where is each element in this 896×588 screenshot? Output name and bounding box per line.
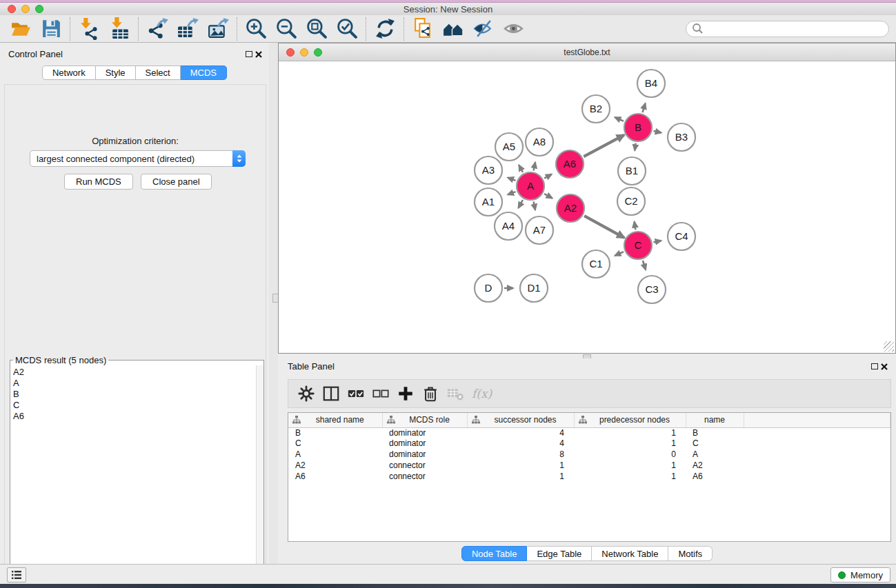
mcds-result-item[interactable]: C: [13, 400, 256, 411]
graph-node-a3[interactable]: A3: [475, 156, 502, 184]
graph-node-a7[interactable]: A7: [526, 216, 553, 244]
float-table-panel-icon[interactable]: [870, 362, 879, 372]
mcds-result-item[interactable]: A2: [13, 367, 256, 378]
graph-node-b3[interactable]: B3: [668, 123, 695, 151]
graph-node-a6[interactable]: A6: [556, 150, 584, 178]
export-image-icon[interactable]: [203, 16, 233, 42]
select-all-icon[interactable]: [344, 381, 368, 406]
graph-node-b[interactable]: B: [624, 114, 652, 141]
graph-node-d1[interactable]: D1: [520, 274, 548, 302]
table-row[interactable]: Bdominator41B: [288, 427, 890, 438]
graph-node-a2[interactable]: A2: [557, 194, 584, 222]
eye-icon[interactable]: [499, 16, 529, 42]
svg-text:C4: C4: [675, 230, 688, 242]
status-bar: Memory: [0, 564, 896, 584]
svg-text:B1: B1: [626, 165, 638, 176]
close-panel-icon[interactable]: [254, 50, 263, 59]
network-canvas[interactable]: A A6 A2 B C A5 A8 A3 A1 A4 A7 B2 B4 B3 B…: [279, 61, 895, 353]
column-header-successor-nodes[interactable]: successor nodes: [467, 413, 574, 427]
search-input[interactable]: [707, 24, 883, 34]
export-network-icon[interactable]: [142, 16, 172, 42]
graph-node-b4[interactable]: B4: [637, 70, 665, 97]
graph-node-a1[interactable]: A1: [475, 188, 502, 216]
run-mcds-button[interactable]: Run MCDS: [64, 174, 133, 190]
table-row[interactable]: Cdominator41C: [288, 438, 890, 449]
memory-status-icon: [838, 571, 846, 579]
optimization-criterion-label: Optimization criterion:: [5, 136, 266, 146]
control-panel-title: Control Panel: [8, 49, 63, 59]
graph-node-c[interactable]: C: [624, 232, 652, 259]
graph-node-a4[interactable]: A4: [495, 212, 522, 240]
open-folder-icon[interactable]: [6, 16, 36, 42]
table-tabs: Node TableEdge TableNetwork TableMotifs: [278, 546, 896, 561]
save-icon[interactable]: [36, 16, 66, 42]
tab-network-table[interactable]: Network Table: [592, 546, 668, 561]
memory-label: Memory: [850, 570, 883, 580]
graph-edge: [519, 165, 523, 172]
search-box[interactable]: [686, 21, 889, 37]
network-graph: A A6 A2 B C A5 A8 A3 A1 A4 A7 B2 B4 B3 B…: [279, 61, 895, 353]
columns-icon[interactable]: [319, 381, 344, 406]
houses-icon[interactable]: [438, 16, 468, 42]
mcds-result-item[interactable]: A: [13, 378, 256, 389]
copy-network-icon[interactable]: [408, 16, 438, 42]
zoom-selected-icon[interactable]: [332, 16, 362, 42]
table-row[interactable]: A2connector11A2: [288, 460, 890, 472]
graph-node-b1[interactable]: B1: [618, 157, 646, 185]
svg-text:B: B: [635, 121, 641, 133]
resize-grip[interactable]: [884, 341, 894, 352]
criterion-select[interactable]: largest connected component (directed): [30, 150, 246, 167]
table-panel: Table Panel f(x) shared name: [278, 358, 896, 564]
tab-network[interactable]: Network: [42, 65, 96, 80]
memory-button[interactable]: Memory: [830, 567, 890, 582]
graph-edge: [643, 261, 646, 270]
tab-motifs[interactable]: Motifs: [668, 546, 713, 561]
mcds-result-list: A2ABCA6: [10, 365, 256, 588]
graph-node-a[interactable]: A: [517, 172, 544, 200]
zoom-in-icon[interactable]: [241, 16, 271, 42]
tab-select[interactable]: Select: [136, 65, 181, 80]
gear-icon[interactable]: [294, 381, 319, 406]
zoom-out-icon[interactable]: [271, 16, 301, 42]
refresh-icon[interactable]: [370, 16, 400, 42]
tab-style[interactable]: Style: [96, 65, 136, 80]
export-table-icon[interactable]: [172, 16, 203, 42]
network-window-titlebar[interactable]: testGlobe.txt: [279, 43, 895, 61]
graph-node-c2[interactable]: C2: [617, 187, 645, 215]
mcds-result-item[interactable]: A6: [13, 411, 256, 422]
tab-node-table[interactable]: Node Table: [461, 546, 528, 561]
table-row[interactable]: A6connector11A6: [288, 472, 890, 483]
deselect-all-icon[interactable]: [368, 381, 393, 406]
close-panel-button[interactable]: Close panel: [141, 174, 212, 190]
eye-slash-icon[interactable]: [468, 16, 499, 42]
close-table-panel-icon[interactable]: [879, 362, 889, 372]
svg-text:B4: B4: [645, 77, 657, 89]
column-header-MCDS-role[interactable]: MCDS role: [382, 413, 467, 427]
float-panel-icon[interactable]: [244, 50, 254, 59]
table-row[interactable]: Adominator80A: [288, 449, 890, 460]
graph-node-d[interactable]: D: [475, 274, 502, 302]
graph-node-c4[interactable]: C4: [668, 223, 695, 250]
import-network-icon[interactable]: [74, 16, 104, 42]
column-header-predecessor-nodes[interactable]: predecessor nodes: [574, 413, 686, 427]
graph-node-b2[interactable]: B2: [582, 95, 610, 123]
zoom-fit-icon[interactable]: [301, 16, 332, 42]
column-header-name[interactable]: name: [686, 413, 744, 427]
tab-mcds[interactable]: MCDS: [181, 65, 227, 80]
mcds-result-item[interactable]: B: [13, 389, 256, 400]
trash-icon[interactable]: [418, 381, 443, 406]
graph-node-a5[interactable]: A5: [495, 133, 523, 161]
import-table-icon[interactable]: [104, 16, 135, 42]
table-cell: A6: [288, 472, 382, 483]
graph-node-c1[interactable]: C1: [582, 250, 610, 278]
show-panels-button[interactable]: [7, 567, 26, 582]
svg-text:A3: A3: [482, 164, 495, 176]
column-header-shared-name[interactable]: shared name: [288, 413, 382, 427]
graph-node-c3[interactable]: C3: [638, 276, 666, 303]
tab-edge-table[interactable]: Edge Table: [527, 546, 592, 561]
add-icon[interactable]: [393, 381, 418, 406]
network-view-window: testGlobe.txt A A6 A2 B C A5 A8 A3 A1 A4…: [278, 43, 896, 354]
table-toolbar: f(x): [288, 379, 891, 408]
graph-node-a8[interactable]: A8: [526, 128, 553, 156]
result-scrollbar[interactable]: [256, 365, 263, 588]
